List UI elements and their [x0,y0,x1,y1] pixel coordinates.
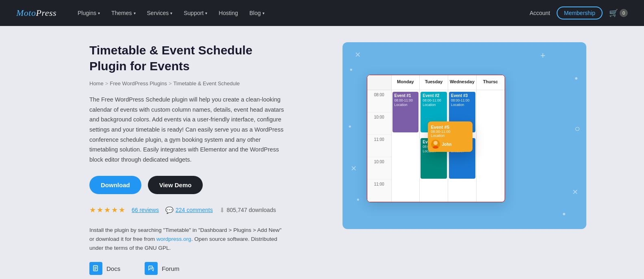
content-right: ✕ ● ● ✕ ● + ● ○ ✕ ● Monday Tuesday Wedne… [309,42,620,229]
deco-cross3: ✕ [572,188,578,197]
nav-themes[interactable]: Themes ▾ [106,6,141,19]
deco-cross2: ✕ [351,164,357,173]
deco-circle: ○ [575,123,580,134]
chevron-down-icon: ▾ [262,11,265,15]
avatar-name: John [442,142,452,147]
time-0800: 08:00 [367,90,391,112]
star-3: ★ [104,205,111,214]
breadcrumb-current: Timetable & Event Schedule [173,80,240,87]
forum-icon [145,262,158,275]
col-monday: Event #1 08:00-11:00 Location [392,90,420,202]
download-button[interactable]: Download [89,176,141,194]
day-monday: Monday [392,75,420,90]
event1: Event #1 08:00-11:00 Location [392,92,419,132]
star-2: ★ [97,205,103,214]
time-1100b: 11:00 [367,180,391,202]
svg-point-5 [433,146,438,149]
cart-icon: 🛒 [609,9,618,17]
docs-label: Docs [106,265,120,272]
breadcrumb-home[interactable]: Home [89,80,104,87]
chevron-down-icon: ▾ [205,11,207,15]
links-row: Docs Forum [89,262,284,275]
deco-dot4: ● [575,75,578,81]
chevron-down-icon: ▾ [134,11,136,15]
account-link[interactable]: Account [529,10,550,16]
event5-title: Event #5 [431,125,469,130]
breadcrumb-sep: > [105,80,108,87]
docs-icon [89,262,102,275]
star-1: ★ [89,205,96,214]
star-rating: ★ ★ ★ ★ ★ [89,205,125,214]
nav-right: Account Membership 🛒 0 [529,6,628,19]
nav-hosting[interactable]: Hosting [214,6,243,19]
page-wrapper: Timetable & Event Schedule Plugin for Ev… [0,26,644,279]
comment-icon: 💬 [165,206,173,214]
breadcrumb-plugins[interactable]: Free WordPress Plugins [110,80,167,87]
timetable-visual: ✕ ● ● ✕ ● + ● ○ ✕ ● Monday Tuesday Wedne… [343,42,586,229]
chevron-down-icon: ▾ [98,11,100,15]
plugin-description: The Free WordPress Schedule plugin will … [89,95,284,164]
deco-cross: ✕ [355,50,361,59]
reviews-link[interactable]: 66 reviews [132,207,159,213]
cart-button[interactable]: 🛒 0 [609,9,628,17]
event5-location: Location [431,134,469,138]
deco-dot5: ● [562,210,566,217]
deco-dot1: ● [350,67,353,72]
nav-links: Plugins ▾ Themes ▾ Services ▾ Support ▾ … [73,6,529,19]
star-5-half: ★ [119,205,125,214]
svg-rect-3 [94,269,96,270]
star-4: ★ [111,205,118,214]
day-thursday: Thursc [477,75,505,90]
view-demo-button[interactable]: View Demo [148,176,203,194]
nav-support[interactable]: Support ▾ [179,6,212,19]
nav-services[interactable]: Services ▾ [142,6,178,19]
docs-link[interactable]: Docs [89,262,120,275]
svg-point-6 [434,141,438,145]
deco-plus1: + [540,50,546,61]
downloads-count: 805,747 downloads [227,207,276,213]
chevron-down-icon: ▾ [170,11,172,15]
time-1000a: 10:00 [367,112,391,135]
svg-rect-2 [94,268,97,269]
membership-button[interactable]: Membership [557,6,603,19]
page-title: Timetable & Event Schedule Plugin for Ev… [89,42,284,74]
forum-link[interactable]: Forum [145,262,179,275]
nav-plugins[interactable]: Plugins ▾ [73,6,105,19]
day-tuesday: Tuesday [420,75,448,90]
svg-rect-1 [94,267,97,268]
install-note: Install the plugin by searching "Timetab… [89,226,284,252]
event5-card: Event #5 08:00-11:00 Location John [428,121,473,152]
forum-label: Forum [162,265,179,272]
breadcrumb: Home > Free WordPress Plugins > Timetabl… [89,80,284,87]
button-group: Download View Demo [89,176,284,194]
content-left: Timetable & Event Schedule Plugin for Ev… [89,42,284,275]
breadcrumb-sep2: > [169,80,172,87]
time-1000b: 10:00 [367,157,391,180]
event5-time: 08:00-11:00 [431,130,469,134]
meta-row: ★ ★ ★ ★ ★ 66 reviews 💬 224 comments ⬇ 80… [89,205,284,214]
download-small-icon: ⬇ [219,206,225,214]
deco-dot3: ● [357,197,360,202]
day-wednesday: Wednesday [448,75,477,90]
nav-blog[interactable]: Blog ▾ [245,6,269,19]
deco-dot2: ● [349,123,351,129]
col-thursday [477,90,505,202]
comments-link[interactable]: 224 comments [176,207,213,213]
cart-count: 0 [620,9,628,17]
brand-logo[interactable]: MotoPress [16,8,56,18]
avatar [431,140,440,149]
event5-avatar: John [431,140,469,149]
time-1100a: 11:00 [367,135,391,157]
navbar: MotoPress Plugins ▾ Themes ▾ Services ▾ … [0,0,644,26]
wordpress-link[interactable]: wordpress.org [156,236,191,242]
